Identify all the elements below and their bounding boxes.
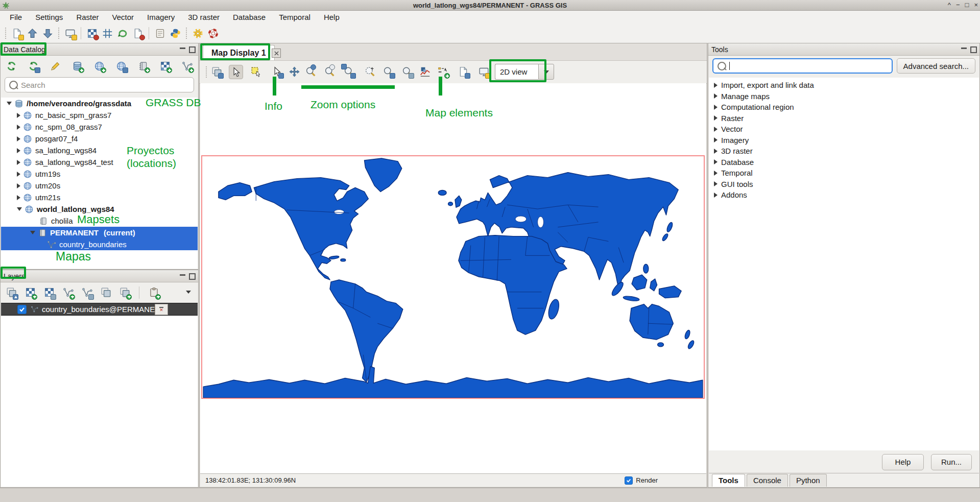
window-maximize-button[interactable]: □ xyxy=(965,0,969,10)
menu-help[interactable]: Help xyxy=(317,12,346,22)
menu-vector[interactable]: Vector xyxy=(106,12,141,22)
panel-float-icon[interactable] xyxy=(189,46,196,53)
analyze-map-button[interactable] xyxy=(418,65,432,78)
map-region-frame[interactable] xyxy=(201,155,705,399)
menu-database[interactable]: Database xyxy=(226,12,272,22)
tools-tree-item[interactable]: Database xyxy=(709,157,979,168)
run-button[interactable]: Run... xyxy=(931,454,972,470)
add-misc-layer-button[interactable] xyxy=(99,286,112,299)
import-vector-button[interactable] xyxy=(180,59,194,73)
collapsed-arrow-icon[interactable] xyxy=(17,125,20,130)
add-grassdb-button[interactable] xyxy=(70,59,84,73)
collapsed-arrow-icon[interactable] xyxy=(17,113,20,118)
window-close-button[interactable]: × xyxy=(974,0,978,10)
download-location-button[interactable] xyxy=(114,59,128,73)
window-minimize-button[interactable]: − xyxy=(956,0,960,10)
layer-row[interactable]: country_boundaries@PERMANENT ✕ xyxy=(1,303,198,316)
display-settings-button[interactable] xyxy=(477,65,490,78)
tree-node-location[interactable]: nc_basic_spm_grass7 xyxy=(1,109,198,121)
collapsed-arrow-icon[interactable] xyxy=(17,195,20,200)
add-map-elements-button[interactable] xyxy=(436,65,449,78)
expanded-arrow-icon[interactable] xyxy=(17,207,22,211)
help-button[interactable]: Help xyxy=(882,454,924,470)
tree-node-location[interactable]: utm21s xyxy=(1,192,198,203)
reload-tree-button[interactable] xyxy=(5,59,18,73)
close-tab-icon[interactable] xyxy=(272,49,281,58)
query-button[interactable] xyxy=(270,65,283,78)
zoom-extent-button[interactable] xyxy=(342,65,355,78)
tree-node-location[interactable]: posgar07_f4 xyxy=(1,133,198,145)
menu-file[interactable]: File xyxy=(3,12,29,22)
layer-checkbox[interactable] xyxy=(17,305,27,314)
add-vector-button[interactable] xyxy=(61,286,75,299)
zoom-region-button[interactable] xyxy=(363,65,376,78)
add-raster-special-button[interactable] xyxy=(42,286,56,299)
collapsed-arrow-icon[interactable] xyxy=(17,172,20,177)
panel-minimize-icon[interactable] xyxy=(180,47,185,49)
expanded-arrow-icon[interactable] xyxy=(30,231,35,234)
menu-temporal[interactable]: Temporal xyxy=(272,12,317,22)
save-workspace-button[interactable] xyxy=(41,27,54,40)
python-shell-button[interactable] xyxy=(169,27,182,40)
panel-minimize-icon[interactable] xyxy=(180,274,185,276)
tree-node-location[interactable]: utm20s xyxy=(1,180,198,192)
tab-console[interactable]: Console xyxy=(747,474,788,487)
zoom-menu-button[interactable] xyxy=(400,65,414,78)
tools-tree-item[interactable]: Import, export and link data xyxy=(709,80,979,91)
open-workspace-button[interactable] xyxy=(26,27,39,40)
tree-node-mapset-current[interactable]: PERMANENT (current) xyxy=(1,227,198,238)
console-button[interactable] xyxy=(153,27,166,40)
tab-python[interactable]: Python xyxy=(790,474,827,487)
add-raster-button[interactable] xyxy=(23,286,37,299)
new-workspace-button[interactable] xyxy=(10,27,23,40)
tools-tree-item[interactable]: Computational region xyxy=(709,102,979,113)
collapsed-arrow-icon[interactable] xyxy=(17,183,20,188)
expanded-arrow-icon[interactable] xyxy=(7,102,12,105)
menu-settings[interactable]: Settings xyxy=(29,12,69,22)
new-location-button[interactable] xyxy=(92,59,106,73)
zoom-back-button[interactable] xyxy=(381,65,395,78)
tools-tree-item[interactable]: Raster xyxy=(709,113,979,124)
pointer-button[interactable] xyxy=(229,65,243,79)
animation-tool-button[interactable] xyxy=(116,27,129,40)
tools-tree-item[interactable]: Imagery xyxy=(709,135,979,146)
new-mapset-button[interactable] xyxy=(136,59,150,73)
advanced-search-button[interactable]: Advanced search... xyxy=(897,58,975,74)
tools-tree-item[interactable]: Vector xyxy=(709,124,979,135)
panel-float-icon[interactable] xyxy=(189,273,196,280)
panel-minimize-icon[interactable] xyxy=(961,47,967,49)
add-vector-special-button[interactable] xyxy=(80,286,93,299)
add-overlay-button[interactable] xyxy=(147,286,160,299)
toolbar-overflow-icon[interactable] xyxy=(186,291,191,294)
new-map-display-button[interactable] xyxy=(63,27,77,40)
graphical-modeler-button[interactable] xyxy=(101,27,114,40)
tree-node-location[interactable]: nc_spm_08_grass7 xyxy=(1,121,198,133)
menu-3d-raster[interactable]: 3D raster xyxy=(181,12,226,22)
import-raster-button[interactable] xyxy=(158,59,172,73)
tree-node-location[interactable]: utm19s xyxy=(1,168,198,180)
save-display-button[interactable] xyxy=(457,65,470,78)
menu-raster[interactable]: Raster xyxy=(69,12,105,22)
tools-tree-item[interactable]: GUI tools xyxy=(709,179,979,190)
georectifier-button[interactable] xyxy=(85,27,99,40)
menu-imagery[interactable]: Imagery xyxy=(140,12,181,22)
collapsed-arrow-icon[interactable] xyxy=(17,148,20,153)
tools-tree-item[interactable]: Temporal xyxy=(709,168,979,179)
tools-tree-item[interactable]: 3D raster xyxy=(709,146,979,157)
tools-search-input[interactable] xyxy=(712,58,893,74)
window-shade-button[interactable]: ^ xyxy=(948,0,951,10)
collapsed-arrow-icon[interactable] xyxy=(17,160,20,165)
run-script-button[interactable] xyxy=(131,27,145,40)
tools-tree-item[interactable]: Addons xyxy=(709,189,979,201)
render-map-button[interactable] xyxy=(210,65,223,78)
zoom-in-button[interactable] xyxy=(304,65,317,78)
tools-tree-item[interactable]: Manage maps xyxy=(709,91,979,102)
edit-toggle-button[interactable] xyxy=(49,59,62,73)
pan-button[interactable] xyxy=(288,65,301,78)
render-toggle[interactable]: Render xyxy=(625,476,658,485)
tree-node-vector-map[interactable]: country_boundaries xyxy=(1,238,198,250)
add-multiple-layers-button[interactable] xyxy=(5,286,18,299)
reload-mapset-button[interactable] xyxy=(27,59,40,73)
tab-tools[interactable]: Tools xyxy=(712,474,745,487)
help-button[interactable] xyxy=(206,27,220,40)
